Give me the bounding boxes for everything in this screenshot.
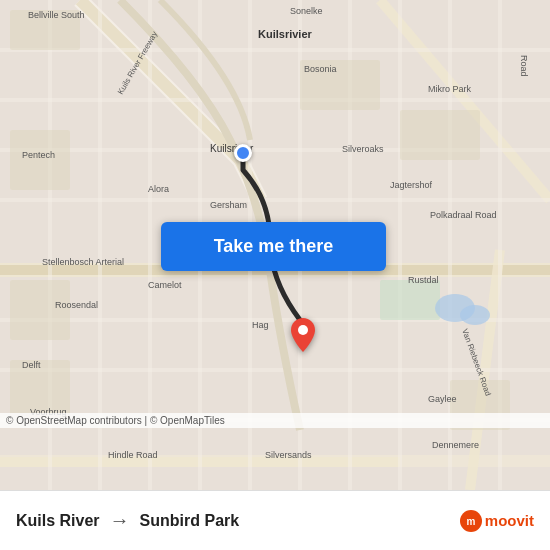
map-attribution: © OpenStreetMap contributors | © OpenMap… [0,413,550,428]
svg-text:Bellville South: Bellville South [28,10,85,20]
moovit-logo-icon: m [460,510,482,532]
take-me-there-button[interactable]: Take me there [161,222,386,271]
svg-text:m: m [466,516,475,527]
svg-text:Silveroaks: Silveroaks [342,144,384,154]
destination-marker [291,318,315,356]
svg-text:Silversands: Silversands [265,450,312,460]
svg-text:Pentech: Pentech [22,150,55,160]
svg-rect-8 [380,280,440,320]
svg-text:Gaylee: Gaylee [428,394,457,404]
svg-text:Sonelke: Sonelke [290,6,323,16]
moovit-logo: m moovit [460,510,534,532]
svg-text:Alora: Alora [148,184,169,194]
svg-text:Bosonia: Bosonia [304,64,337,74]
svg-text:Road: Road [519,55,529,77]
svg-text:Hag: Hag [252,320,269,330]
svg-text:Camelot: Camelot [148,280,182,290]
svg-point-11 [460,305,490,325]
svg-text:Hindle Road: Hindle Road [108,450,158,460]
from-location: Kuils River [16,512,100,530]
svg-text:Roosendal: Roosendal [55,300,98,310]
svg-rect-3 [10,130,70,190]
svg-text:Rustdal: Rustdal [408,275,439,285]
svg-rect-7 [400,110,480,160]
svg-point-38 [298,325,308,335]
svg-text:Jagtershof: Jagtershof [390,180,433,190]
bottom-bar: Kuils River → Sunbird Park m moovit [0,490,550,550]
svg-text:Kuilsrivier: Kuilsrivier [258,28,313,40]
svg-text:Delft: Delft [22,360,41,370]
svg-text:Dennemere: Dennemere [432,440,479,450]
svg-text:Polkadraal Road: Polkadraal Road [430,210,497,220]
svg-text:Gersham: Gersham [210,200,247,210]
svg-text:Stellenbosch Arterial: Stellenbosch Arterial [42,257,124,267]
to-location: Sunbird Park [140,512,240,530]
arrow-icon: → [110,509,130,532]
svg-text:Mikro Park: Mikro Park [428,84,472,94]
moovit-text: moovit [485,512,534,529]
svg-rect-4 [10,280,70,340]
origin-marker [234,144,252,162]
map-container: Bellville South Sonelke Road Kuils River… [0,0,550,490]
